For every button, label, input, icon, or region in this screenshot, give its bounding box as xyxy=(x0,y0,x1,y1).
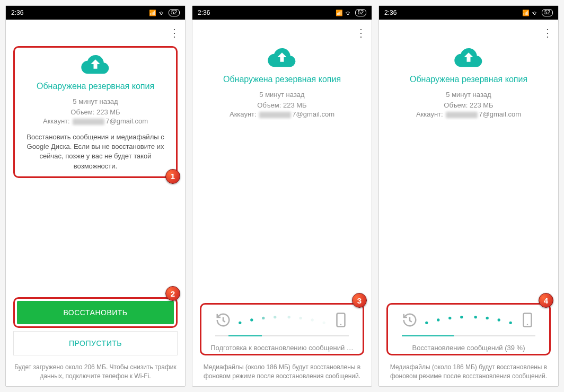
svg-point-4 xyxy=(288,316,290,318)
progress-bar xyxy=(215,335,349,336)
backup-found-panel: Обнаружена резервная копия 5 минут назад… xyxy=(200,46,364,118)
svg-point-5 xyxy=(299,317,302,319)
footer-note: Медиафайлы (около 186 МБ) будут восстано… xyxy=(200,363,364,381)
status-time: 2:36 xyxy=(11,9,23,16)
progress-panel: 3 Подготовка к восстановлению сообщений … xyxy=(200,303,364,355)
backup-time: 5 минут назад xyxy=(386,90,551,100)
backup-size: Объем: 223 МБ xyxy=(200,100,364,111)
progress-text: Подготовка к восстановлению сообщений … xyxy=(206,344,358,352)
more-icon[interactable]: ⋮ xyxy=(356,28,366,38)
svg-point-11 xyxy=(437,319,439,322)
backup-account: Аккаунт: 7@gmail.com xyxy=(18,117,173,125)
signal-icon xyxy=(336,9,343,16)
battery-indicator: 52 xyxy=(542,9,553,16)
progress-text: Восстановление сообщений (39 %) xyxy=(392,344,545,352)
transfer-dots xyxy=(422,315,515,325)
account-blur xyxy=(73,119,104,125)
svg-point-12 xyxy=(448,317,451,319)
status-bar: 2:36 52 xyxy=(6,6,185,20)
svg-point-6 xyxy=(311,319,314,322)
wifi-icon xyxy=(158,8,166,17)
status-time: 2:36 xyxy=(198,9,210,16)
phone-icon xyxy=(519,312,535,328)
phone-screen-3: 2:36 52 ⋮ Обнаружена резервная копия 5 м… xyxy=(378,5,559,387)
svg-point-9 xyxy=(340,324,342,326)
callout-badge-2: 2 xyxy=(165,286,180,301)
callout-badge-4: 4 xyxy=(539,293,553,308)
restore-button[interactable]: ВОССТАНОВИТЬ xyxy=(17,301,174,324)
svg-point-7 xyxy=(323,322,325,324)
backup-account: Аккаунт: 7@gmail.com xyxy=(386,110,551,118)
callout-badge-1: 1 xyxy=(165,169,180,184)
footer-note: Медиафайлы (около 186 МБ) будут восстано… xyxy=(386,363,551,381)
status-bar: 2:36 52 xyxy=(379,6,558,20)
restore-button-highlight: ВОССТАНОВИТЬ 2 xyxy=(13,297,178,328)
svg-point-2 xyxy=(262,317,265,319)
cloud-upload-icon xyxy=(267,46,297,67)
top-bar: ⋮ xyxy=(192,20,372,46)
backup-time: 5 минут назад xyxy=(18,96,173,107)
svg-point-17 xyxy=(509,322,512,324)
footer-note: Будет загружено около 206 МБ. Чтобы сниз… xyxy=(13,363,178,381)
backup-title: Обнаружена резервная копия xyxy=(200,75,364,84)
wifi-icon xyxy=(532,8,540,17)
status-time: 2:36 xyxy=(384,9,396,16)
top-bar: ⋮ xyxy=(6,20,185,46)
svg-point-16 xyxy=(498,319,500,322)
backup-size: Объем: 223 МБ xyxy=(18,107,173,118)
more-icon[interactable]: ⋮ xyxy=(169,28,180,38)
phone-screen-2: 2:36 52 ⋮ Обнаружена резервная копия 5 м… xyxy=(192,5,372,387)
battery-indicator: 52 xyxy=(355,9,366,16)
account-blur xyxy=(259,112,291,118)
more-icon[interactable]: ⋮ xyxy=(542,28,553,38)
battery-indicator: 52 xyxy=(169,9,180,16)
history-icon xyxy=(402,312,418,328)
signal-icon xyxy=(522,9,530,16)
backup-found-panel: Обнаружена резервная копия 5 минут назад… xyxy=(13,46,178,178)
svg-point-19 xyxy=(527,324,528,326)
transfer-row xyxy=(392,312,545,328)
backup-size: Объем: 223 МБ xyxy=(386,100,551,111)
svg-point-1 xyxy=(250,319,253,322)
backup-found-panel: Обнаружена резервная копия 5 минут назад… xyxy=(386,46,551,118)
svg-point-10 xyxy=(425,322,428,324)
svg-point-14 xyxy=(474,316,477,318)
progress-panel: 4 Восстановление сообщений (39 %) xyxy=(386,303,551,355)
phone-icon xyxy=(333,312,349,328)
signal-icon xyxy=(149,9,156,16)
backup-time: 5 минут назад xyxy=(200,90,364,100)
svg-point-13 xyxy=(460,316,463,318)
svg-point-3 xyxy=(274,316,276,318)
skip-button[interactable]: ПРОПУСТИТЬ xyxy=(13,331,178,355)
backup-account: Аккаунт: 7@gmail.com xyxy=(200,110,364,118)
wifi-icon xyxy=(345,8,353,17)
transfer-row xyxy=(206,312,358,328)
status-bar: 2:36 52 xyxy=(192,6,372,20)
svg-point-0 xyxy=(239,322,241,324)
history-icon xyxy=(215,312,231,328)
phone-screen-1: 2:36 52 ⋮ Обнаружена резервная копия 5 м… xyxy=(5,5,186,387)
account-blur xyxy=(446,112,478,118)
backup-title: Обнаружена резервная копия xyxy=(386,75,551,84)
top-bar: ⋮ xyxy=(379,20,558,46)
svg-point-15 xyxy=(486,317,489,319)
transfer-dots xyxy=(235,315,329,325)
cloud-upload-icon xyxy=(454,46,483,67)
progress-bar xyxy=(402,335,535,336)
callout-badge-3: 3 xyxy=(352,293,367,308)
backup-title: Обнаружена резервная копия xyxy=(18,82,173,91)
cloud-upload-icon xyxy=(81,53,110,74)
restore-description: Восстановить сообщения и медиафайлы с Go… xyxy=(18,132,173,171)
